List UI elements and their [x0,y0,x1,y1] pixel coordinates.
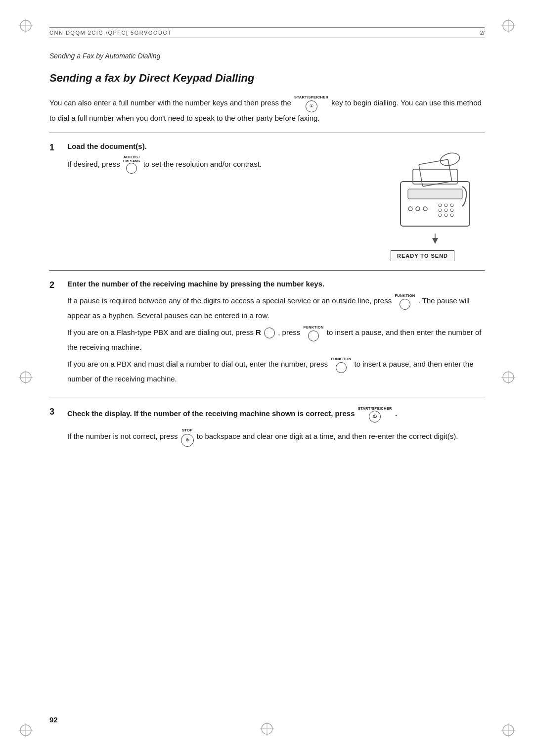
svg-point-26 [408,207,412,211]
svg-point-32 [439,209,442,212]
step-2-para-2: If you are on a Flash-type PBX and are d… [67,325,485,353]
step-2-content: Enter the number of the receiving machin… [67,280,485,388]
svg-point-30 [445,204,447,207]
breadcrumb: Sending a Fax by Automatic Dialling [49,52,485,60]
auflos-circle [126,163,137,174]
funktion-key-2: FUNKTION [303,325,323,341]
step-2-para-3: If you are on a PBX and must dial a numb… [67,356,485,385]
start-key-label: START/SPEICHER [294,94,328,100]
start-key-circle: ① [306,100,317,112]
step-3-content: Check the display. If the number of the … [67,406,485,450]
step-1-content: Load the document(s). If desired, press … [67,142,485,261]
auflos-empfang-key: AUFLÖS./EMPFANG [123,155,140,174]
svg-point-24 [439,151,461,168]
svg-point-33 [445,209,447,212]
step-2-para-1: If a pause is required between any of th… [67,293,485,322]
step-2-block: 2 Enter the number of the receiving mach… [49,280,485,388]
page-number: 92 [49,715,58,724]
header-page: 2/ [480,30,485,36]
header-bar: CNN DQQM 2CIG /QPFC[ 5GRVGODGT 2/ [49,27,485,38]
header-code: CNN DQQM 2CIG /QPFC[ 5GRVGODGT [49,30,172,36]
step-3-block: 3 Check the display. If the number of th… [49,406,485,450]
r-circle-key [264,328,275,338]
stop-key-circle: ⊗ [181,434,194,447]
svg-point-29 [439,204,442,207]
funktion-label-3: FUNKTION [331,356,351,362]
step-1-body: If desired, press AUFLÖS./EMPFANG to set… [67,155,376,174]
step-1-block: 1 Load the document(s). If desired, pres… [49,142,485,261]
svg-point-27 [416,207,420,211]
funktion-circle-2 [308,331,319,341]
intro-text: You can also enter a full number with th… [49,94,485,124]
start-speicher-key-intro: START/SPEICHER ① [294,94,328,112]
svg-rect-23 [419,159,452,187]
divider-3 [49,397,485,397]
fax-machine-svg [386,142,485,251]
step-1-title: Load the document(s). [67,142,376,150]
reg-mark-center-left [19,371,33,386]
svg-point-31 [450,204,453,207]
funktion-label-2: FUNKTION [303,325,323,331]
step-1-layout: Load the document(s). If desired, press … [67,142,485,261]
r-key: R [256,328,261,336]
start-speicher-key-step3: START/SPEICHER ① [358,406,392,423]
intro-text-1: You can also enter a full number with th… [49,98,291,107]
funktion-circle-3 [336,362,347,373]
auflos-label: AUFLÖS./EMPFANG [123,155,140,163]
funktion-key-3: FUNKTION [331,356,351,373]
stop-key: STOP ⊗ [181,427,194,447]
svg-rect-21 [400,182,470,226]
step-1-number: 1 [49,142,67,153]
reg-mark-top-left [19,19,33,33]
svg-rect-25 [408,189,462,199]
start-key-circle-step3: ① [369,411,381,423]
main-content: Sending a Fax by Automatic Dialling Send… [49,52,485,453]
stop-key-label: STOP [182,427,193,434]
step-2-title-text: Enter the number of the receiving machin… [67,280,324,288]
step-1-text: Load the document(s). If desired, press … [67,142,376,174]
step-3-para-1: If the number is not correct, press STOP… [67,427,485,447]
funktion-key-1: FUNKTION [395,293,415,310]
r-circle [264,328,275,338]
svg-point-36 [445,214,447,217]
step-1-body-prefix: If desired, press [67,160,122,168]
funktion-label-1: FUNKTION [395,293,415,299]
reg-mark-bottom-left [19,723,33,737]
start-key-label-step3: START/SPEICHER [358,406,392,411]
section-title: Sending a fax by Direct Keypad Dialling [49,72,485,85]
divider-1 [49,133,485,133]
divider-2 [49,270,485,271]
step-1-image: READY TO SEND [386,142,485,261]
page: CNN DQQM 2CIG /QPFC[ 5GRVGODGT 2/ Sendin… [0,0,534,756]
step-1-body-suffix: to set the resolution and/or contrast. [143,160,262,168]
step-3-number: 3 [49,406,67,417]
svg-point-37 [450,214,453,217]
reg-mark-bottom-right [501,723,515,737]
svg-point-34 [450,209,453,212]
reg-mark-top-right [501,19,515,33]
funktion-circle-1 [400,299,410,310]
svg-point-28 [423,207,427,211]
step-2-number: 2 [49,280,67,290]
lcd-display: READY TO SEND [391,250,454,261]
step-2-title: Enter the number of the receiving machin… [67,280,485,288]
reg-mark-center-right [501,371,515,386]
step-3-title: Check the display. If the number of the … [67,406,485,423]
svg-point-35 [439,214,442,217]
reg-mark-bottom-center [260,722,274,737]
